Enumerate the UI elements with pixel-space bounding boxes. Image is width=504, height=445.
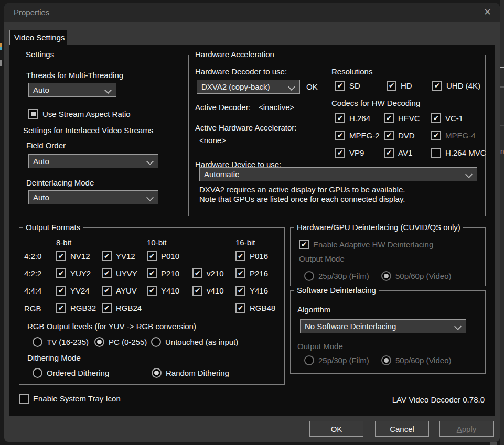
interlaced-heading: Settings for Interlaced Video Streams [23,126,153,135]
checkbox-h264-mvc[interactable]: H.264 MVC [431,148,486,158]
checkbox-v410[interactable]: v410 [192,286,224,296]
checkbox-adaptive-hw-deinterlacing[interactable]: Enable Adaptive HW Deinterlacing [299,240,433,249]
checkbox-p210[interactable]: P210 [147,268,179,278]
checkbox-icon [335,148,345,158]
combo-value: Auto [33,193,49,202]
radio-label: TV (16-235) [47,338,89,346]
checkbox-icon [384,131,394,140]
apply-button[interactable]: Apply [439,421,494,437]
ok-button[interactable]: OK [309,421,363,437]
col-header-8bit: 8-bit [56,238,71,247]
checkbox-ayuv[interactable]: AYUV [102,286,137,296]
checkbox-yv12[interactable]: YV12 [102,251,135,261]
background-text-fragment: n [500,147,504,155]
checkbox-p216[interactable]: P216 [235,268,268,278]
checkbox-yv24[interactable]: YV24 [56,286,90,296]
checkbox-icon [431,131,441,140]
field-order-label: Field Order [26,141,66,150]
checkbox-uhd-4k[interactable]: UHD (4K) [432,81,480,91]
checkbox-icon [235,268,245,278]
checkbox-label: MPEG-4 [445,131,476,140]
dxva2-note-line1: DXVA2 requires an active display for GPU… [199,185,405,194]
radio-label: 50p/60p (Video) [395,356,451,365]
field-order-select[interactable]: Auto [28,154,158,168]
background-fragment [0,47,2,50]
checkbox-rgb48[interactable]: RGB48 [235,303,275,313]
checkbox-system-tray-icon[interactable]: Enable System Tray Icon [19,394,121,404]
checkbox-rgb24[interactable]: RGB24 [102,303,142,313]
checkbox-icon [335,113,345,123]
background-fragment [0,60,2,66]
properties-dialog: Properties ✕ Video Settings Settings Thr… [4,3,500,442]
hw-decoder-status: OK [306,82,318,91]
radio-icon [151,337,161,347]
background-fragment [490,442,497,445]
radio-ordered-dithering[interactable]: Ordered Dithering [33,368,109,378]
hw-decoder-select[interactable]: DXVA2 (copy-back) [197,80,300,94]
checkbox-y416[interactable]: Y416 [235,286,268,296]
checkbox-hd[interactable]: HD [387,81,412,91]
radio-untouched-levels[interactable]: Untouched (as input) [151,337,238,347]
radio-label: Untouched (as input) [165,338,238,346]
tab-video-settings[interactable]: Video Settings [9,30,67,45]
checkbox-hevc[interactable]: HEVC [384,113,420,123]
radio-icon [33,337,42,347]
active-decoder-value: <inactive> [259,103,294,112]
checkbox-yuy2[interactable]: YUY2 [56,268,91,278]
radio-pc-levels[interactable]: PC (0-255) [94,337,147,347]
checkbox-icon [28,109,38,119]
checkbox-v210[interactable]: v210 [192,268,224,278]
checkbox-label: AYUV [116,286,137,295]
checkbox-label: Use Stream Aspect Ratio [42,110,131,118]
radio-sw-video-mode[interactable]: 50p/60p (Video) [381,355,451,365]
hw-device-select[interactable]: Automatic [199,167,477,181]
hw-output-mode-label: Output Mode [299,254,345,263]
checkbox-p010[interactable]: P010 [147,251,179,261]
radio-label: PC (0-255) [109,338,147,346]
radio-tv-levels[interactable]: TV (16-235) [33,337,89,347]
checkbox-label: Enable Adaptive HW Deinterlacing [313,240,433,249]
checkbox-label: UYVY [116,269,137,278]
col-header-10bit: 10-bit [147,238,167,247]
row-label-420: 4:2:0 [24,252,41,261]
cancel-button[interactable]: Cancel [375,421,429,437]
checkbox-av1[interactable]: AV1 [384,148,412,158]
checkbox-vp9[interactable]: VP9 [335,148,364,158]
radio-sw-film-mode[interactable]: 25p/30p (Film) [304,355,369,365]
checkbox-icon [335,81,345,91]
checkbox-rgb32[interactable]: RGB32 [56,303,96,313]
checkbox-nv12[interactable]: NV12 [56,251,90,261]
hardware-acceleration-group: Hardware Acceleration Hardware Decoder t… [188,55,486,216]
active-accelerator-label: Active Hardware Accelerator: [195,123,296,132]
background-fragment [500,67,504,68]
checkbox-uyvy[interactable]: UYVY [102,268,137,278]
radio-icon [94,337,104,347]
titlebar[interactable]: Properties ✕ [4,3,500,22]
checkbox-use-stream-aspect-ratio[interactable]: Use Stream Aspect Ratio [28,109,131,119]
radio-hw-film-mode[interactable]: 25p/30p (Film) [304,271,369,281]
checkbox-icon [102,268,112,278]
checkbox-mpeg4[interactable]: MPEG-4 [431,131,476,140]
group-title: Software Deinterlacing [294,286,379,295]
checkbox-icon [192,268,202,278]
checkbox-label: RGB24 [116,303,142,312]
checkbox-y410[interactable]: Y410 [147,286,179,296]
checkbox-sd[interactable]: SD [335,81,360,91]
checkbox-vc1[interactable]: VC-1 [431,113,463,123]
deinterlacing-mode-select[interactable]: Auto [28,190,158,204]
checkbox-icon [384,113,394,123]
checkbox-p016[interactable]: P016 [235,251,268,261]
checkbox-dvd[interactable]: DVD [384,131,415,140]
algorithm-select[interactable]: No Software Deinterlacing [300,319,466,333]
checkbox-label: SD [349,81,360,90]
row-label-422: 4:2:2 [24,269,41,278]
radio-random-dithering[interactable]: Random Dithering [152,368,229,378]
checkbox-h264[interactable]: H.264 [335,113,370,123]
radio-icon [152,368,162,378]
close-icon[interactable]: ✕ [484,3,491,22]
threads-select[interactable]: Auto [28,83,116,97]
button-label: OK [331,425,342,433]
checkbox-mpeg2[interactable]: MPEG-2 [335,131,380,140]
checkbox-label: RGB48 [250,303,275,312]
radio-hw-video-mode[interactable]: 50p/60p (Video) [381,271,451,281]
